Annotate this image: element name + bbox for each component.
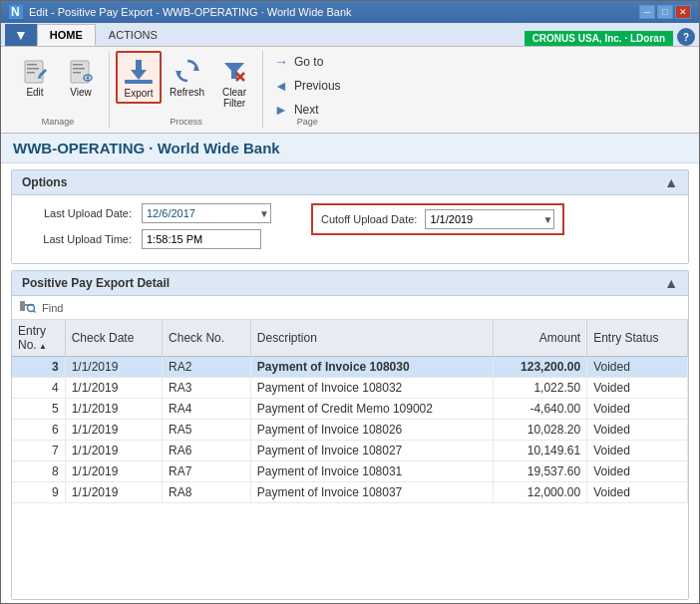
export-button[interactable]: Export [116,51,162,104]
options-section-header: Options ▲ [12,170,688,195]
next-icon: ► [274,102,288,118]
next-label: Next [294,103,319,117]
export-icon [123,56,155,88]
col-entry-status[interactable]: Entry Status [587,320,688,357]
options-section-body: Last Upload Date: 12/6/2017 ▼ Last Uploa… [12,195,688,263]
detail-section: Positive Pay Export Detail ▲ Find EntryN… [11,270,689,600]
cutoff-section: Cutoff Upload Date: 1/1/2019 ▼ [311,203,564,235]
table-header-row: EntryNo. Check Date Check No. Descriptio… [12,320,688,357]
clear-filter-label: Clear Filter [222,87,246,109]
page-content: WWB-OPERATING · World Wide Bank Options … [1,134,699,604]
window-title: Edit - Positive Pay Export - WWB-OPERATI… [29,6,352,18]
svg-rect-9 [73,72,81,74]
clear-filter-icon [218,55,250,87]
view-label: View [70,87,92,98]
svg-rect-12 [125,80,153,84]
col-check-date[interactable]: Check Date [65,320,162,357]
edit-icon [19,55,51,87]
detail-section-header: Positive Pay Export Detail ▲ [12,271,688,296]
edit-label: Edit [26,87,43,98]
table-row[interactable]: 41/1/2019RA3Payment of Invoice 1080321,0… [12,378,688,399]
data-table: EntryNo. Check Date Check No. Descriptio… [12,320,688,503]
view-icon [65,55,97,87]
export-label: Export [125,88,154,99]
ribbon-group-page: → Go to ◄ Previous ► Next Page [263,51,352,129]
page-title: WWB-OPERATING · World Wide Bank [13,140,280,156]
options-section: Options ▲ Last Upload Date: 12/6/2017 ▼ [11,169,689,264]
table-row[interactable]: 81/1/2019RA7Payment of Invoice 10803119,… [12,461,688,482]
edit-button[interactable]: Edit [13,51,57,102]
find-icon [20,299,36,316]
view-button[interactable]: View [59,51,103,102]
help-button[interactable]: ? [677,28,695,46]
go-to-button[interactable]: → Go to [269,51,346,73]
find-bar: Find [12,296,688,320]
find-label: Find [42,302,63,314]
ribbon: Edit View Ma [1,47,699,133]
maximize-button[interactable]: □ [657,5,673,19]
app-icon: N [9,5,23,19]
ribbon-group-manage: Edit View Ma [7,51,110,129]
previous-button[interactable]: ◄ Previous [269,75,346,97]
last-upload-time-input[interactable] [142,229,261,249]
refresh-button[interactable]: Refresh [164,51,210,102]
page-group-label: Page [269,117,346,127]
minimize-button[interactable]: ─ [639,5,655,19]
title-bar: N Edit - Positive Pay Export - WWB-OPERA… [1,1,699,23]
ribbon-group-process: Export Refresh [110,51,263,129]
table-row[interactable]: 71/1/2019RA6Payment of Invoice 10802710,… [12,441,688,461]
options-collapse-button[interactable]: ▲ [664,174,678,190]
manage-group-label: Manage [7,117,109,127]
col-description[interactable]: Description [250,320,493,357]
previous-label: Previous [294,79,341,93]
svg-rect-5 [27,72,35,74]
close-button[interactable]: ✕ [675,5,691,19]
go-to-label: Go to [294,55,323,69]
last-upload-date-label: Last Upload Date: [22,207,132,219]
refresh-icon [172,55,203,87]
tab-actions[interactable]: ACTIONS [96,24,171,46]
svg-line-24 [34,311,36,313]
svg-text:N: N [11,5,20,19]
tab-home[interactable]: HOME [37,24,96,46]
last-upload-date-select[interactable]: 12/6/2017 [142,203,271,223]
table-row[interactable]: 51/1/2019RA4Payment of Credit Memo 10900… [12,399,688,420]
nav-menu-button[interactable]: ▼ [5,24,37,46]
cutoff-upload-date-select[interactable]: 1/1/2019 [425,209,554,229]
col-check-no[interactable]: Check No. [163,320,251,357]
table-container: EntryNo. Check Date Check No. Descriptio… [12,320,688,599]
refresh-label: Refresh [170,87,204,98]
svg-rect-3 [27,64,37,66]
col-amount[interactable]: Amount [494,320,587,357]
col-entry-no[interactable]: EntryNo. [12,320,65,357]
svg-point-11 [87,77,90,80]
tab-row: ▼ HOME ACTIONS CRONUS USA, Inc. · LDoran… [1,23,699,47]
svg-rect-22 [20,307,25,309]
table-row[interactable]: 91/1/2019RA8Payment of Invoice 10803712,… [12,482,688,503]
page-header: WWB-OPERATING · World Wide Bank [1,134,699,163]
table-row[interactable]: 61/1/2019RA5Payment of Invoice 10802610,… [12,420,688,441]
company-badge: CRONUS USA, Inc. · LDoran [525,31,673,46]
svg-marker-14 [131,70,147,80]
table-row[interactable]: 31/1/2019RA2Payment of Invoice 108030123… [12,357,688,378]
last-upload-time-row: Last Upload Time: [22,229,271,249]
last-upload-date-row: Last Upload Date: 12/6/2017 ▼ [22,203,271,223]
detail-section-label: Positive Pay Export Detail [22,276,170,290]
ribbon-container: ▼ HOME ACTIONS CRONUS USA, Inc. · LDoran… [1,23,699,134]
last-upload-time-label: Last Upload Time: [22,233,132,245]
process-group-label: Process [110,117,262,127]
svg-rect-8 [73,68,85,70]
detail-collapse-button[interactable]: ▲ [664,275,678,291]
cutoff-upload-date-label: Cutoff Upload Date: [321,213,417,225]
svg-rect-4 [27,68,39,70]
svg-rect-7 [73,64,83,66]
options-section-label: Options [22,175,67,189]
previous-icon: ◄ [274,78,288,94]
clear-filter-button[interactable]: Clear Filter [212,51,256,113]
go-to-icon: → [274,54,288,70]
